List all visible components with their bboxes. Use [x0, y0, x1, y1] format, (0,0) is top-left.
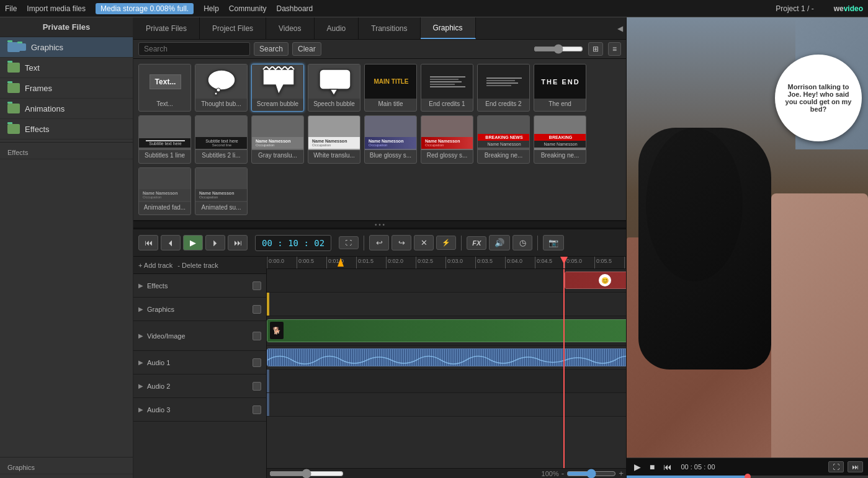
search-input[interactable]: [138, 42, 250, 56]
sidebar-item-effects[interactable]: Effects: [0, 119, 133, 139]
search-button[interactable]: Search: [254, 42, 289, 56]
tab-bar: Private Files Project Files Videos Audio…: [133, 17, 626, 40]
graphic-item-scream[interactable]: Scream bubble: [251, 64, 304, 112]
menu-help[interactable]: Help: [204, 4, 219, 13]
clear-button[interactable]: Clear: [292, 42, 321, 56]
panel-collapse-btn[interactable]: ◀: [614, 17, 626, 39]
undo-button[interactable]: ↩: [369, 235, 389, 250]
split-button[interactable]: ⚡: [436, 236, 456, 250]
preview-progress-bar[interactable]: [627, 476, 868, 478]
redo-button[interactable]: ↪: [391, 235, 411, 250]
sidebar-item-frames[interactable]: Frames: [0, 78, 133, 99]
preview-fullscreen-button[interactable]: ⛶: [828, 461, 844, 472]
sidebar-graphics2-label: Graphics: [7, 464, 35, 471]
menu-import[interactable]: Import media files: [27, 4, 86, 13]
zoom-slider[interactable]: [534, 44, 583, 54]
video-mute[interactable]: [253, 332, 261, 340]
menu-bar: File Import media files Media storage 0.…: [0, 0, 868, 17]
graphic-item-text[interactable]: Text... Text...: [138, 64, 191, 112]
preview-next-button[interactable]: ⏭: [848, 461, 863, 472]
audio2-mute[interactable]: [253, 382, 261, 391]
sidebar-item-graphics2[interactable]: Graphics: [0, 461, 133, 474]
fx-button[interactable]: FX: [467, 236, 486, 250]
folder-icon2: [17, 43, 26, 51]
ruler-mark: 0:03.5: [475, 257, 493, 268]
preview-stop-button[interactable]: ■: [647, 461, 657, 473]
graphic-item-graytrans[interactable]: Name Namesson Occupation Gray translu...: [251, 115, 304, 163]
snapshot-button[interactable]: 📷: [543, 235, 564, 250]
video-clip-1[interactable]: 🐕: [267, 319, 626, 343]
menu-dashboard[interactable]: Dashboard: [277, 4, 313, 13]
track-label-audio1: ▶ Audio 1: [133, 351, 266, 374]
view-list-button[interactable]: ≡: [608, 42, 621, 56]
graphic-item-animfade[interactable]: Name Namesson Occupation Animated fad...: [138, 167, 191, 215]
preview-prev-button[interactable]: ⏮: [661, 461, 674, 473]
view-grid-button[interactable]: ⊞: [588, 42, 603, 56]
graphic-item-subtitles1[interactable]: Subtitle text here Subtitles 1 line: [138, 115, 191, 163]
step-forward-button[interactable]: ⏵: [205, 235, 225, 250]
collapse-handle[interactable]: • • •: [133, 221, 626, 228]
effects-mute[interactable]: [253, 281, 261, 290]
media-storage-button[interactable]: Media storage 0.008% full.: [96, 3, 194, 14]
graphic-item-blueglossy[interactable]: Name Namesson Occupation Blue glossy s..…: [364, 115, 417, 163]
graphic-item-theend[interactable]: THE END The end: [534, 64, 586, 112]
volume-button[interactable]: 🔊: [489, 235, 510, 250]
graphic-label-whitetrans: White translu...: [308, 150, 360, 161]
graphic-item-subtitles2[interactable]: Subtitle text here Second line Subtitles…: [195, 115, 248, 163]
effects-collapse-arrow[interactable]: ▶: [138, 282, 143, 289]
graphic-item-animsub[interactable]: Name Namesson Occupation Animated su...: [195, 167, 248, 215]
tab-project[interactable]: Project Files: [200, 17, 266, 39]
zoom-slider-timeline[interactable]: [566, 469, 616, 479]
graphic-item-redglossy[interactable]: Name Namesson Occupation Red glossy s...: [421, 115, 473, 163]
delete-button[interactable]: ✕: [414, 235, 434, 250]
graphic-item-breaking1[interactable]: BREAKING NEWS Name Namesson Breaking ne.…: [477, 115, 530, 163]
tab-private[interactable]: Private Files: [133, 17, 200, 39]
graphic-item-speech[interactable]: Speech bubble: [308, 64, 360, 112]
tab-audio[interactable]: Audio: [315, 17, 359, 39]
audio2-collapse-arrow[interactable]: ▶: [138, 383, 143, 389]
fast-forward-button[interactable]: ⏭: [228, 235, 248, 250]
audio1-clip[interactable]: [267, 348, 626, 367]
zoom-in-button[interactable]: +: [619, 469, 624, 478]
graphic-item-breaking2[interactable]: BREAKING Name Namesson Breaking ne...: [534, 115, 586, 163]
graphic-item-endcredits1[interactable]: End credits 1: [421, 64, 473, 112]
audio1-mute[interactable]: [253, 358, 261, 367]
video-collapse-arrow[interactable]: ▶: [138, 332, 143, 339]
timeline-area: ⏮ ⏴ ▶ ⏵ ⏭ 00 : 10 : 02 ⛶ ↩ ↪ ✕ ⚡ FX 🔊 ◷ …: [133, 228, 626, 478]
preview-play-button[interactable]: ▶: [632, 461, 643, 473]
preview-progress-thumb[interactable]: [745, 474, 751, 478]
rewind-start-button[interactable]: ⏮: [138, 235, 158, 250]
transition-button[interactable]: ◷: [512, 235, 532, 250]
play-button[interactable]: ▶: [183, 235, 203, 250]
sidebar-item-graphics[interactable]: Graphics: [0, 37, 133, 58]
graphics-mute[interactable]: [253, 305, 261, 314]
audio3-mute[interactable]: [253, 405, 261, 414]
menu-file[interactable]: File: [5, 4, 17, 13]
sidebar-item-effects2[interactable]: Effects: [0, 146, 133, 159]
tab-graphics[interactable]: Graphics: [421, 17, 476, 39]
audio1-collapse-arrow[interactable]: ▶: [138, 359, 143, 366]
graphic-item-thought[interactable]: Thought bub...: [195, 64, 248, 112]
step-back-button[interactable]: ⏴: [161, 235, 181, 250]
menu-community[interactable]: Community: [229, 4, 267, 13]
graphic-item-whitetrans[interactable]: Name Namesson Occupation White translu..…: [308, 115, 360, 163]
audio3-collapse-arrow[interactable]: ▶: [138, 406, 143, 413]
tab-videos[interactable]: Videos: [266, 17, 314, 39]
graphic-item-endcredits2[interactable]: End credits 2: [477, 64, 530, 112]
zoom-out-button[interactable]: -: [562, 469, 564, 478]
audio3-track-row: [267, 393, 626, 417]
effects-clip[interactable]: 😊: [565, 272, 626, 289]
tab-transitions[interactable]: Transitions: [359, 17, 420, 39]
graphic-item-maintitle[interactable]: MAIN TITLE Main title: [364, 64, 417, 112]
expand-button[interactable]: ⛶: [339, 236, 359, 249]
speech-bubble-svg: [316, 66, 354, 97]
sidebar-item-text[interactable]: Text: [0, 58, 133, 78]
add-track-button[interactable]: + Add track: [138, 262, 172, 269]
sidebar-item-animations[interactable]: Animations: [0, 99, 133, 119]
ruler-mark: 0:04.5: [535, 257, 552, 268]
sidebar-effects-label: Effects: [25, 125, 50, 134]
graphics-collapse-arrow[interactable]: ▶: [138, 306, 143, 312]
timeline-scroll-slider[interactable]: [269, 469, 344, 479]
effects-track-row: 😊: [267, 269, 626, 293]
delete-track-button[interactable]: - Delete track: [177, 262, 218, 269]
